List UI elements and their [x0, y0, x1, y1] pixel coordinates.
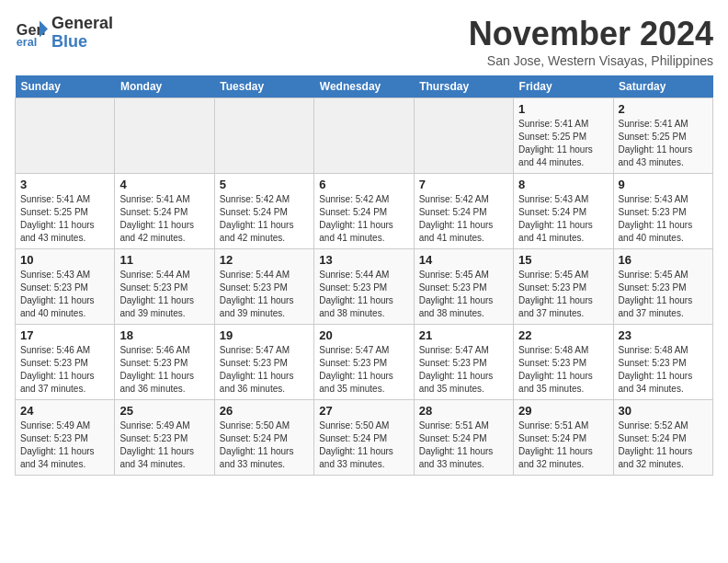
day-detail: Sunrise: 5:45 AM Sunset: 5:23 PM Dayligh… [619, 269, 708, 320]
day-detail: Sunrise: 5:43 AM Sunset: 5:24 PM Dayligh… [518, 193, 608, 245]
calendar-header-row: SundayMondayTuesdayWednesdayThursdayFrid… [16, 75, 713, 98]
day-number: 23 [619, 328, 708, 342]
calendar-cell: 3Sunrise: 5:41 AM Sunset: 5:25 PM Daylig… [16, 174, 115, 249]
calendar-cell: 20Sunrise: 5:47 AM Sunset: 5:23 PM Dayli… [314, 325, 414, 400]
day-number: 17 [20, 328, 109, 342]
logo-icon: Gen eral [15, 17, 48, 50]
calendar-cell: 11Sunrise: 5:44 AM Sunset: 5:23 PM Dayli… [115, 249, 214, 325]
day-number: 5 [220, 178, 309, 191]
calendar-week-row: 1Sunrise: 5:41 AM Sunset: 5:25 PM Daylig… [16, 98, 713, 174]
calendar-cell: 28Sunrise: 5:51 AM Sunset: 5:24 PM Dayli… [414, 400, 513, 476]
calendar-cell [214, 98, 313, 174]
calendar-cell: 16Sunrise: 5:45 AM Sunset: 5:23 PM Dayli… [613, 249, 712, 325]
day-detail: Sunrise: 5:51 AM Sunset: 5:24 PM Dayligh… [419, 419, 508, 471]
calendar-cell: 1Sunrise: 5:41 AM Sunset: 5:25 PM Daylig… [514, 98, 613, 174]
day-detail: Sunrise: 5:41 AM Sunset: 5:24 PM Dayligh… [119, 193, 209, 245]
calendar-week-row: 17Sunrise: 5:46 AM Sunset: 5:23 PM Dayli… [16, 325, 713, 400]
day-detail: Sunrise: 5:41 AM Sunset: 5:25 PM Dayligh… [20, 193, 109, 245]
calendar-cell [16, 98, 115, 174]
calendar-cell: 6Sunrise: 5:42 AM Sunset: 5:24 PM Daylig… [314, 174, 414, 249]
day-number: 10 [20, 253, 109, 267]
calendar-cell: 26Sunrise: 5:50 AM Sunset: 5:24 PM Dayli… [214, 400, 313, 476]
day-number: 8 [518, 178, 608, 191]
day-number: 13 [319, 253, 408, 267]
day-detail: Sunrise: 5:44 AM Sunset: 5:23 PM Dayligh… [220, 269, 309, 320]
calendar-cell [115, 98, 214, 174]
day-number: 14 [419, 253, 508, 267]
month-title: November 2024 [469, 15, 713, 53]
calendar-week-row: 10Sunrise: 5:43 AM Sunset: 5:23 PM Dayli… [16, 249, 713, 325]
calendar-cell: 10Sunrise: 5:43 AM Sunset: 5:23 PM Dayli… [16, 249, 115, 325]
day-number: 2 [619, 102, 708, 116]
day-number: 9 [619, 178, 708, 191]
day-detail: Sunrise: 5:45 AM Sunset: 5:23 PM Dayligh… [419, 269, 508, 320]
calendar-cell: 8Sunrise: 5:43 AM Sunset: 5:24 PM Daylig… [514, 174, 613, 249]
day-detail: Sunrise: 5:46 AM Sunset: 5:23 PM Dayligh… [20, 344, 109, 396]
day-detail: Sunrise: 5:47 AM Sunset: 5:23 PM Dayligh… [220, 344, 309, 396]
day-detail: Sunrise: 5:42 AM Sunset: 5:24 PM Dayligh… [220, 193, 309, 245]
day-detail: Sunrise: 5:44 AM Sunset: 5:23 PM Dayligh… [319, 269, 408, 320]
day-number: 25 [119, 404, 209, 418]
weekday-header: Sunday [16, 75, 115, 98]
day-number: 19 [220, 328, 309, 342]
calendar-cell [314, 98, 414, 174]
calendar-cell: 29Sunrise: 5:51 AM Sunset: 5:24 PM Dayli… [514, 400, 613, 476]
day-number: 15 [518, 253, 608, 267]
weekday-header: Friday [514, 75, 613, 98]
calendar-cell: 15Sunrise: 5:45 AM Sunset: 5:23 PM Dayli… [514, 249, 613, 325]
day-number: 6 [319, 178, 408, 191]
svg-text:eral: eral [17, 36, 37, 49]
calendar-cell: 9Sunrise: 5:43 AM Sunset: 5:23 PM Daylig… [613, 174, 712, 249]
day-detail: Sunrise: 5:41 AM Sunset: 5:25 PM Dayligh… [518, 118, 608, 169]
calendar-cell: 13Sunrise: 5:44 AM Sunset: 5:23 PM Dayli… [314, 249, 414, 325]
day-number: 12 [220, 253, 309, 267]
day-number: 24 [20, 404, 109, 418]
page-header: Gen eral General Blue November 2024 San … [15, 15, 713, 68]
day-number: 1 [518, 102, 608, 116]
day-detail: Sunrise: 5:49 AM Sunset: 5:23 PM Dayligh… [119, 419, 209, 471]
calendar-cell: 14Sunrise: 5:45 AM Sunset: 5:23 PM Dayli… [414, 249, 513, 325]
weekday-header: Monday [115, 75, 214, 98]
day-detail: Sunrise: 5:42 AM Sunset: 5:24 PM Dayligh… [419, 193, 508, 245]
calendar-cell: 2Sunrise: 5:41 AM Sunset: 5:25 PM Daylig… [613, 98, 712, 174]
day-detail: Sunrise: 5:46 AM Sunset: 5:23 PM Dayligh… [119, 344, 209, 396]
day-number: 3 [20, 178, 109, 191]
day-number: 30 [619, 404, 708, 418]
day-number: 4 [119, 178, 209, 191]
weekday-header: Tuesday [214, 75, 313, 98]
calendar-cell [414, 98, 513, 174]
day-number: 26 [220, 404, 309, 418]
day-number: 27 [319, 404, 408, 418]
day-number: 11 [119, 253, 209, 267]
day-detail: Sunrise: 5:47 AM Sunset: 5:23 PM Dayligh… [419, 344, 508, 396]
calendar-cell: 17Sunrise: 5:46 AM Sunset: 5:23 PM Dayli… [16, 325, 115, 400]
weekday-header: Wednesday [314, 75, 414, 98]
location: San Jose, Western Visayas, Philippines [469, 53, 713, 68]
calendar-cell: 7Sunrise: 5:42 AM Sunset: 5:24 PM Daylig… [414, 174, 513, 249]
day-detail: Sunrise: 5:44 AM Sunset: 5:23 PM Dayligh… [119, 269, 209, 320]
calendar-cell: 4Sunrise: 5:41 AM Sunset: 5:24 PM Daylig… [115, 174, 214, 249]
calendar-cell: 25Sunrise: 5:49 AM Sunset: 5:23 PM Dayli… [115, 400, 214, 476]
day-number: 18 [119, 328, 209, 342]
day-detail: Sunrise: 5:48 AM Sunset: 5:23 PM Dayligh… [518, 344, 608, 396]
calendar-cell: 12Sunrise: 5:44 AM Sunset: 5:23 PM Dayli… [214, 249, 313, 325]
day-detail: Sunrise: 5:50 AM Sunset: 5:24 PM Dayligh… [220, 419, 309, 471]
calendar-cell: 22Sunrise: 5:48 AM Sunset: 5:23 PM Dayli… [514, 325, 613, 400]
calendar-cell: 27Sunrise: 5:50 AM Sunset: 5:24 PM Dayli… [314, 400, 414, 476]
calendar-cell: 19Sunrise: 5:47 AM Sunset: 5:23 PM Dayli… [214, 325, 313, 400]
day-detail: Sunrise: 5:49 AM Sunset: 5:23 PM Dayligh… [20, 419, 109, 471]
day-number: 28 [419, 404, 508, 418]
day-number: 22 [518, 328, 608, 342]
day-detail: Sunrise: 5:47 AM Sunset: 5:23 PM Dayligh… [319, 344, 408, 396]
logo-text: General Blue [51, 15, 113, 52]
calendar-week-row: 3Sunrise: 5:41 AM Sunset: 5:25 PM Daylig… [16, 174, 713, 249]
calendar-week-row: 24Sunrise: 5:49 AM Sunset: 5:23 PM Dayli… [16, 400, 713, 476]
day-detail: Sunrise: 5:43 AM Sunset: 5:23 PM Dayligh… [619, 193, 708, 245]
day-number: 29 [518, 404, 608, 418]
weekday-header: Saturday [613, 75, 712, 98]
day-number: 16 [619, 253, 708, 267]
day-number: 7 [419, 178, 508, 191]
calendar-table: SundayMondayTuesdayWednesdayThursdayFrid… [15, 75, 713, 476]
calendar-cell: 30Sunrise: 5:52 AM Sunset: 5:24 PM Dayli… [613, 400, 712, 476]
weekday-header: Thursday [414, 75, 513, 98]
